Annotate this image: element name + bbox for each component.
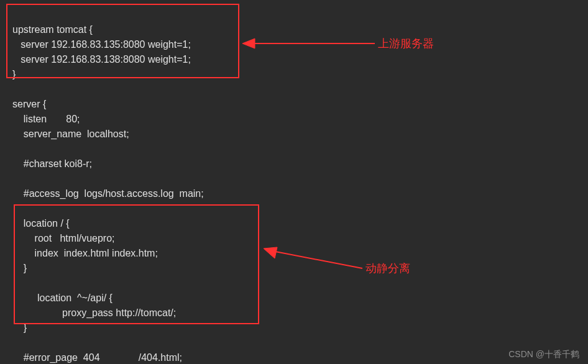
code-line: #charset koi8-r; xyxy=(12,158,92,169)
code-line: listen 80; xyxy=(12,114,80,124)
code-block: upstream tomcat { server 192.168.83.135:… xyxy=(0,0,588,364)
code-line: location ^~/api/ { xyxy=(12,293,113,303)
code-line: server { xyxy=(12,99,46,109)
code-line: proxy_pass http://tomcat/; xyxy=(12,307,176,318)
code-line: #access_log logs/host.access.log main; xyxy=(12,188,204,199)
annotation-upstream: 上游服务器 xyxy=(378,36,434,51)
code-line: server 192.168.83.135:8080 weight=1; xyxy=(12,39,191,50)
code-line: } xyxy=(12,322,27,333)
code-line: root html/vuepro; xyxy=(12,233,115,243)
svg-marker-1 xyxy=(242,39,255,48)
code-line: upstream tomcat { xyxy=(12,24,93,35)
code-line: server 192.168.83.138:8080 weight=1; xyxy=(12,54,191,65)
code-line: location / { xyxy=(12,218,70,229)
watermark: CSDN @十香千鹤 xyxy=(508,349,579,360)
arrow-upstream-icon xyxy=(241,35,378,53)
code-line: } xyxy=(12,263,27,273)
annotation-location: 动静分离 xyxy=(365,261,410,276)
code-line: index index.html index.htm; xyxy=(12,248,158,258)
code-line: #error_page 404 /404.html; xyxy=(12,352,182,363)
arrow-location-icon xyxy=(260,243,365,275)
svg-line-2 xyxy=(272,251,362,268)
code-line: } xyxy=(12,69,16,80)
code-line: server_name localhost; xyxy=(12,129,129,139)
svg-marker-3 xyxy=(264,247,277,258)
